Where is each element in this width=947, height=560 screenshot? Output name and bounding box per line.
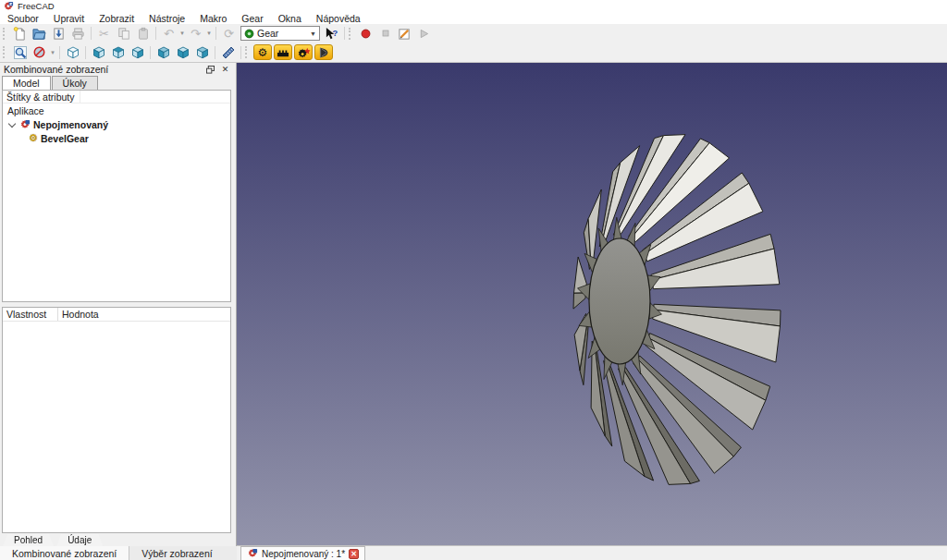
tree-item-document[interactable]: Nepojmenovaný [3,117,230,131]
new-document-icon [13,27,27,41]
tab-model[interactable]: Model [2,76,51,90]
redo-button[interactable]: ↷ [186,25,205,42]
dock-tab-selection-view[interactable]: Výběr zobrazení [129,546,224,560]
float-panel-icon [206,66,215,74]
rack-icon [277,47,289,58]
right-view-button[interactable] [128,44,147,61]
close-document-button[interactable]: ✕ [349,549,359,559]
refresh-button[interactable]: ⟳ [219,25,239,42]
new-document-button[interactable] [10,25,30,42]
crown-gear-icon [297,45,311,59]
gear-item-icon: ⚙ [29,133,38,143]
save-icon [52,27,66,41]
copy-button[interactable] [114,25,133,42]
crown-gear-button[interactable] [294,44,313,60]
tab-ukoly[interactable]: Úkoly [52,76,98,90]
toolbar-grip[interactable] [349,28,353,40]
measure-distance-icon [221,45,236,60]
undo-icon: ↶ [164,28,174,40]
dock-tab-combo-label: Kombinované zobrazení [12,548,117,559]
model-tree-panel: Štítky & atributy Aplikace Nepojmenovaný… [2,90,231,302]
macro-record-icon [360,28,372,40]
dock-tab-selection-label: Výběr zobrazení [141,548,212,559]
tree-group-label: Aplikace [3,105,44,116]
toolbar-view: ▾ [0,43,947,63]
involute-gear-icon: ⚙ [258,47,268,58]
menu-zobrazit[interactable]: Zobrazit [92,12,141,24]
toolbar-grip[interactable] [245,46,250,58]
close-panel-button[interactable]: ✕ [220,65,230,74]
menu-gear[interactable]: Gear [234,12,270,24]
rack-button[interactable] [274,44,292,60]
rear-view-button[interactable] [154,44,173,61]
tab-ukoly-label: Úkoly [63,78,87,89]
menu-nastroje[interactable]: Nástroje [141,12,192,24]
macro-play-button[interactable] [414,25,434,42]
fit-all-button[interactable] [10,44,30,61]
toolbar-grip[interactable] [3,46,7,58]
workbench-selector[interactable]: Gear ▼ [240,26,320,41]
save-document-button[interactable] [49,25,68,42]
print-icon [71,27,85,41]
expand-chevron-icon[interactable] [8,119,16,127]
axonometric-view-button[interactable] [63,44,82,61]
macro-stop-button[interactable] [375,25,395,42]
document-tabbar: Nepojmenovaný : 1* ✕ [237,545,947,560]
draw-style-dropdown[interactable]: ▾ [49,49,56,56]
front-view-button[interactable] [89,44,108,61]
tree-item-bevelgear[interactable]: ⚙ BevelGear [3,131,230,145]
property-editor-panel: Vlastnost Hodnota [2,307,231,533]
menu-okna[interactable]: Okna [271,12,309,24]
workbench-selector-value: Gear [257,28,278,39]
3d-canvas[interactable] [237,63,947,545]
document-icon [19,119,31,130]
tab-udaje[interactable]: Údaje [56,534,103,546]
toolbar-separator [344,27,345,40]
redo-icon: ↷ [191,28,201,40]
dock-tab-combo-view[interactable]: Kombinované zobrazení [0,546,129,560]
tab-pohled[interactable]: Pohled [3,534,54,546]
menu-makro[interactable]: Makro [192,12,234,24]
bevel-gear-button[interactable] [314,44,333,60]
draw-style-button[interactable] [30,44,49,61]
tab-model-label: Model [13,78,40,89]
paste-button[interactable] [133,25,153,42]
tree-group-application[interactable]: Aplikace [3,103,230,117]
property-south-tabs: Pohled Údaje [3,534,103,546]
menu-soubor[interactable]: Soubor [0,12,46,24]
tab-pohled-label: Pohled [14,535,43,545]
redo-dropdown[interactable]: ▾ [205,30,213,37]
document-tab-label: Nepojmenovaný : 1* [262,549,345,559]
freecad-logo-icon [3,1,14,12]
combo-view-tabs: Model Úkoly [2,76,99,90]
menu-upravit[interactable]: Upravit [46,12,92,24]
combo-view-titlebar[interactable]: Kombinované zobrazení ✕ [0,63,236,76]
toolbar-grip[interactable] [3,28,7,40]
print-button[interactable] [68,25,88,42]
bottom-view-icon [176,45,191,60]
toolbar-separator [91,27,92,40]
left-view-button[interactable] [192,44,212,61]
whats-this-button[interactable]: ? [322,25,341,42]
float-panel-button[interactable] [205,65,215,74]
measure-distance-button[interactable] [218,44,238,61]
macro-edit-button[interactable] [395,25,414,42]
open-folder-icon [32,27,46,41]
macro-record-button[interactable] [356,25,375,42]
combo-view-panel: Kombinované zobrazení ✕ Model Úkoly [0,63,237,560]
involute-gear-button[interactable]: ⚙ [253,44,272,60]
document-tab[interactable]: Nepojmenovaný : 1* ✕ [240,546,365,560]
menu-napoveda[interactable]: Nápověda [309,12,368,24]
viewport: Nepojmenovaný : 1* ✕ [237,63,947,560]
open-document-button[interactable] [30,25,49,42]
main-area: Kombinované zobrazení ✕ Model Úkoly [0,63,947,560]
bottom-view-button[interactable] [173,44,192,61]
cut-icon: ✂ [99,28,109,40]
undo-button[interactable]: ↶ [159,25,178,42]
cut-button[interactable]: ✂ [94,25,114,42]
freecad-window: FreeCAD Soubor Upravit Zobrazit Nástroje… [0,0,947,560]
undo-dropdown[interactable]: ▾ [178,30,186,37]
fit-all-icon [13,45,28,60]
top-view-button[interactable] [108,44,128,61]
left-view-icon [195,45,210,60]
